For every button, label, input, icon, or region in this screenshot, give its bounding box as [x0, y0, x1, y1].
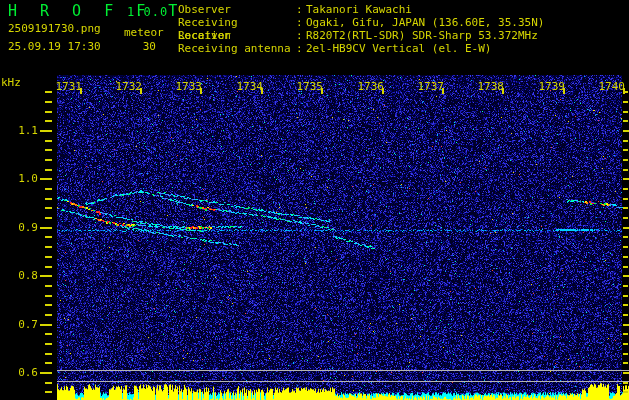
- time-tick-label: 1733: [168, 80, 202, 93]
- freq-tick-label: 0.9: [4, 221, 38, 234]
- time-tick-label: 1735: [289, 80, 323, 93]
- app-version: 1.0.0: [127, 6, 168, 18]
- time-tick-label: 1732: [108, 80, 142, 93]
- output-filename: 2509191730.png: [8, 23, 101, 34]
- spectrogram-canvas: [0, 0, 629, 400]
- info-row-receiver: Receiver : R820T2(RTL-SDR) SDR-Sharp 53.…: [178, 29, 538, 42]
- info-label: Receiver: [178, 29, 296, 42]
- time-tick-label: 1739: [531, 80, 565, 93]
- info-value: 2el-HB9CV Vertical (el. E-W): [306, 42, 491, 55]
- info-row-antenna: Receiving antenna : 2el-HB9CV Vertical (…: [178, 42, 491, 55]
- freq-tick-label: 1.1: [4, 124, 38, 137]
- date-time: 25.09.19 17:30: [8, 41, 101, 52]
- info-colon: :: [296, 3, 306, 16]
- time-tick-label: 1740: [591, 80, 625, 93]
- hrofft-screen: H R O F F T 1.0.0 2509191730.png meteor …: [0, 0, 629, 400]
- info-label: Receiving antenna: [178, 42, 296, 55]
- info-value: R820T2(RTL-SDR) SDR-Sharp 53.372MHz: [306, 29, 538, 42]
- freq-tick-label: 0.8: [4, 269, 38, 282]
- freq-tick-label: 0.6: [4, 366, 38, 379]
- time-tick-label: 1738: [470, 80, 504, 93]
- info-colon: :: [296, 42, 306, 55]
- mode-label: meteor: [124, 27, 164, 38]
- time-tick-label: 1731: [48, 80, 82, 93]
- freq-tick-label: 0.7: [4, 318, 38, 331]
- freq-tick-label: 1.0: [4, 172, 38, 185]
- time-tick-label: 1736: [350, 80, 384, 93]
- info-label: Observer: [178, 3, 296, 16]
- freq-axis-unit: kHz: [1, 77, 21, 88]
- info-value: Takanori Kawachi: [306, 3, 412, 16]
- info-row-observer: Observer : Takanori Kawachi: [178, 3, 412, 16]
- time-tick-label: 1737: [410, 80, 444, 93]
- info-colon: :: [296, 29, 306, 42]
- param-value: 30: [140, 41, 156, 52]
- time-tick-label: 1734: [229, 80, 263, 93]
